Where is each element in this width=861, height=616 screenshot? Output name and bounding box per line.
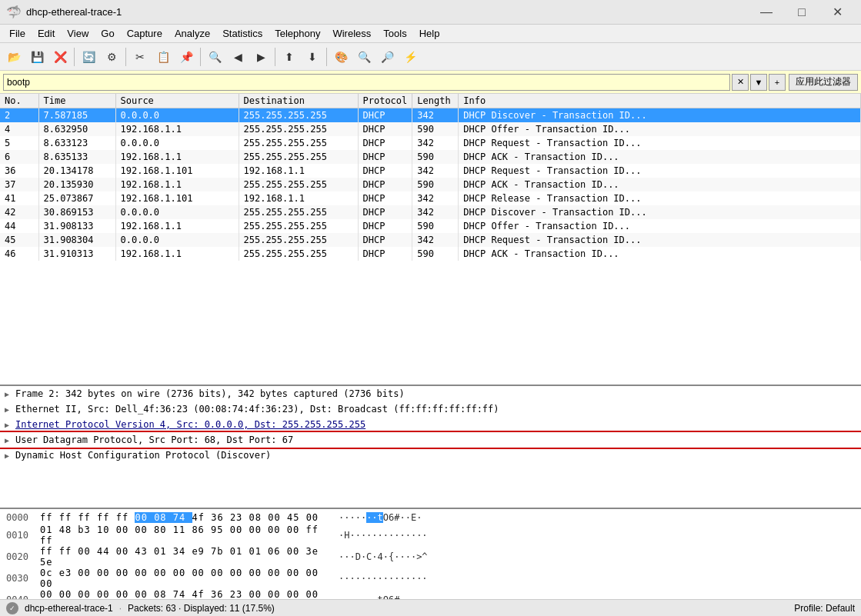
maximize-button[interactable]: □ — [784, 0, 819, 25]
menu-analyze[interactable]: Analyze — [169, 25, 216, 42]
cell-time: 8.635133 — [38, 150, 115, 164]
packet-bytes-panel: 0000ff ff ff ff ff 00 08 74 4f 36 23 08 … — [0, 509, 861, 599]
filter-input[interactable] — [3, 74, 730, 91]
table-row[interactable]: 4125.073867192.168.1.101192.168.1.1DHCP3… — [0, 191, 861, 205]
cell-info: DHCP ACK - Transaction ID... — [459, 247, 861, 261]
cell-proto: DHCP — [358, 233, 412, 247]
minimize-button[interactable]: — — [749, 0, 784, 25]
col-header-protocol[interactable]: Protocol — [358, 94, 412, 108]
col-header-info[interactable]: Info — [459, 94, 861, 108]
menu-view[interactable]: View — [61, 25, 95, 42]
table-row[interactable]: 48.632950192.168.1.1255.255.255.255DHCP5… — [0, 122, 861, 136]
cell-info: DHCP ACK - Transaction ID... — [459, 178, 861, 191]
toolbar-separator-1 — [74, 48, 75, 66]
packet-list[interactable]: No. Time Source Destination Protocol Len… — [0, 94, 861, 386]
detail-row[interactable]: ▶Ethernet II, Src: Dell_4f:36:23 (00:08:… — [0, 401, 861, 417]
toolbar-paste[interactable]: 📌 — [175, 46, 197, 68]
toolbar-cut[interactable]: ✂ — [129, 46, 151, 68]
cell-len: 590 — [412, 150, 459, 164]
menu-file[interactable]: File — [3, 25, 32, 42]
menu-wireless[interactable]: Wireless — [326, 25, 377, 42]
toolbar-find[interactable]: 🔍 — [204, 46, 225, 68]
filter-clear-button[interactable]: ✕ — [732, 74, 749, 91]
cell-dst: 255.255.255.255 — [239, 233, 358, 247]
table-row[interactable]: 4531.9083040.0.0.0255.255.255.255DHCP342… — [0, 233, 861, 247]
filter-bar: ✕ ▼ + 应用此过滤器 — [0, 71, 861, 94]
menu-bar: File Edit View Go Capture Analyze Statis… — [0, 25, 861, 43]
cell-no: 45 — [0, 233, 38, 247]
table-row[interactable]: 4230.8691530.0.0.0255.255.255.255DHCP342… — [0, 205, 861, 219]
cell-proto: DHCP — [358, 164, 412, 178]
cell-src: 0.0.0.0 — [115, 108, 239, 123]
toolbar-up[interactable]: ⬆ — [279, 46, 300, 68]
apply-filter-button[interactable]: 应用此过滤器 — [789, 74, 858, 91]
cell-src: 192.168.1.1 — [115, 219, 239, 233]
cell-no: 37 — [0, 178, 38, 191]
menu-capture[interactable]: Capture — [121, 25, 169, 42]
table-row[interactable]: 3620.134178192.168.1.101192.168.1.1DHCP3… — [0, 164, 861, 178]
cell-src: 192.168.1.1 — [115, 247, 239, 261]
detail-row[interactable]: ▶Frame 2: 342 bytes on wire (2736 bits),… — [0, 386, 861, 401]
toolbar-down[interactable]: ⬇ — [302, 46, 323, 68]
detail-text: User Datagram Protocol, Src Port: 68, Ds… — [15, 435, 856, 445]
menu-tools[interactable]: Tools — [377, 25, 412, 42]
expand-icon: ▶ — [5, 451, 15, 460]
cell-proto: DHCP — [358, 205, 412, 219]
cell-len: 342 — [412, 233, 459, 247]
toolbar-zoom-reset[interactable]: ⚡ — [399, 46, 421, 68]
menu-help[interactable]: Help — [413, 25, 446, 42]
cell-src: 192.168.1.101 — [115, 191, 239, 205]
cell-proto: DHCP — [358, 191, 412, 205]
detail-row[interactable]: ▶Internet Protocol Version 4, Src: 0.0.0… — [0, 417, 861, 432]
toolbar-save[interactable]: 💾 — [26, 46, 48, 68]
table-row[interactable]: 58.6331230.0.0.0255.255.255.255DHCP342DH… — [0, 136, 861, 150]
close-button[interactable]: ✕ — [819, 0, 855, 25]
toolbar-reload[interactable]: 🔄 — [78, 46, 99, 68]
expand-icon: ▶ — [5, 405, 15, 414]
col-header-no[interactable]: No. — [0, 94, 38, 108]
col-header-time[interactable]: Time — [38, 94, 115, 108]
cell-dst: 255.255.255.255 — [239, 247, 358, 261]
cell-no: 46 — [0, 247, 38, 261]
menu-edit[interactable]: Edit — [32, 25, 61, 42]
toolbar-back[interactable]: ◀ — [227, 46, 249, 68]
bytes-row: 0000ff ff ff ff ff 00 08 74 4f 36 23 08 … — [6, 511, 855, 524]
toolbar-colorize[interactable]: 🎨 — [330, 46, 352, 68]
col-header-length[interactable]: Length — [412, 94, 459, 108]
cell-src: 192.168.1.101 — [115, 164, 239, 178]
detail-row[interactable]: ▶User Datagram Protocol, Src Port: 68, D… — [0, 432, 861, 448]
cell-proto: DHCP — [358, 178, 412, 191]
table-row[interactable]: 4431.908133192.168.1.1255.255.255.255DHC… — [0, 219, 861, 233]
cell-src: 0.0.0.0 — [115, 205, 239, 219]
cell-info: DHCP Request - Transaction ID... — [459, 233, 861, 247]
cell-time: 25.073867 — [38, 191, 115, 205]
toolbar-separator-4 — [275, 48, 275, 66]
toolbar-capture-options[interactable]: ⚙ — [101, 46, 122, 68]
cell-proto: DHCP — [358, 219, 412, 233]
cell-info: DHCP ACK - Transaction ID... — [459, 150, 861, 164]
toolbar-zoom-out[interactable]: 🔎 — [376, 46, 398, 68]
col-header-source[interactable]: Source — [115, 94, 239, 108]
menu-statistics[interactable]: Statistics — [216, 25, 269, 42]
cell-info: DHCP Release - Transaction ID... — [459, 191, 861, 205]
toolbar-close[interactable]: ❌ — [49, 46, 71, 68]
menu-telephony[interactable]: Telephony — [269, 25, 326, 42]
toolbar-forward[interactable]: ▶ — [250, 46, 272, 68]
detail-text: Ethernet II, Src: Dell_4f:36:23 (00:08:7… — [15, 404, 856, 415]
table-row[interactable]: 68.635133192.168.1.1255.255.255.255DHCP5… — [0, 150, 861, 164]
filter-bookmark-button[interactable]: ▼ — [750, 74, 767, 91]
toolbar-copy[interactable]: 📋 — [152, 46, 174, 68]
table-row[interactable]: 3720.135930192.168.1.1255.255.255.255DHC… — [0, 178, 861, 191]
table-row[interactable]: 4631.910313192.168.1.1255.255.255.255DHC… — [0, 247, 861, 261]
detail-row[interactable]: ▶Dynamic Host Configuration Protocol (Di… — [0, 448, 861, 463]
filter-history-button[interactable]: + — [769, 74, 786, 91]
menu-go[interactable]: Go — [95, 25, 120, 42]
table-row[interactable]: 27.5871850.0.0.0255.255.255.255DHCP342DH… — [0, 108, 861, 123]
col-header-destination[interactable]: Destination — [239, 94, 358, 108]
packet-table-body: 27.5871850.0.0.0255.255.255.255DHCP342DH… — [0, 108, 861, 261]
cell-len: 590 — [412, 219, 459, 233]
toolbar-zoom-in[interactable]: 🔍 — [353, 46, 375, 68]
status-file-label: dhcp-ethereal-trace-1 — [25, 603, 113, 614]
cell-no: 6 — [0, 150, 38, 164]
toolbar-open[interactable]: 📂 — [3, 46, 25, 68]
